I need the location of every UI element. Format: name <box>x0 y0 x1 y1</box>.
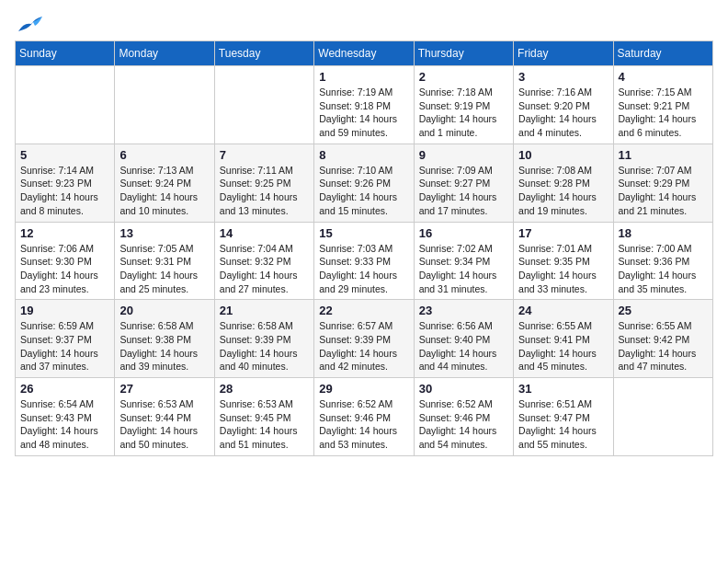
day-info: Sunrise: 6:55 AM Sunset: 9:41 PM Dayligh… <box>518 319 608 373</box>
calendar-cell: 16Sunrise: 7:02 AM Sunset: 9:34 PM Dayli… <box>414 222 513 300</box>
day-info: Sunrise: 6:52 AM Sunset: 9:46 PM Dayligh… <box>319 397 408 452</box>
day-info: Sunrise: 7:19 AM Sunset: 9:18 PM Dayligh… <box>319 86 408 140</box>
day-info: Sunrise: 6:57 AM Sunset: 9:39 PM Dayligh… <box>319 319 408 373</box>
calendar-cell: 4Sunrise: 7:15 AM Sunset: 9:21 PM Daylig… <box>613 66 712 144</box>
day-number: 14 <box>220 226 309 240</box>
day-info: Sunrise: 7:04 AM Sunset: 9:32 PM Dayligh… <box>220 242 309 296</box>
calendar-cell: 22Sunrise: 6:57 AM Sunset: 9:39 PM Dayli… <box>314 300 414 378</box>
day-number: 24 <box>518 304 608 317</box>
calendar-cell: 21Sunrise: 6:58 AM Sunset: 9:39 PM Dayli… <box>214 300 313 378</box>
day-info: Sunrise: 7:11 AM Sunset: 9:25 PM Dayligh… <box>220 164 309 218</box>
day-number: 9 <box>419 148 508 162</box>
day-info: Sunrise: 7:07 AM Sunset: 9:29 PM Dayligh… <box>619 164 708 218</box>
day-info: Sunrise: 6:59 AM Sunset: 9:37 PM Dayligh… <box>20 319 109 373</box>
weekday-header-monday: Monday <box>115 41 214 66</box>
day-info: Sunrise: 6:58 AM Sunset: 9:38 PM Dayligh… <box>119 319 209 373</box>
day-info: Sunrise: 7:15 AM Sunset: 9:21 PM Dayligh… <box>619 86 708 140</box>
day-info: Sunrise: 7:03 AM Sunset: 9:33 PM Dayligh… <box>319 242 408 296</box>
calendar-cell: 15Sunrise: 7:03 AM Sunset: 9:33 PM Dayli… <box>314 222 414 300</box>
calendar-cell <box>115 66 214 144</box>
calendar-cell: 19Sunrise: 6:59 AM Sunset: 9:37 PM Dayli… <box>16 300 115 378</box>
day-info: Sunrise: 6:58 AM Sunset: 9:39 PM Dayligh… <box>220 319 309 373</box>
day-info: Sunrise: 7:00 AM Sunset: 9:36 PM Dayligh… <box>619 242 708 296</box>
day-number: 11 <box>619 148 708 162</box>
calendar-cell: 12Sunrise: 7:06 AM Sunset: 9:30 PM Dayli… <box>16 222 115 300</box>
calendar-cell: 23Sunrise: 6:56 AM Sunset: 9:40 PM Dayli… <box>414 300 513 378</box>
day-number: 6 <box>119 148 209 162</box>
weekday-header-saturday: Saturday <box>613 41 712 66</box>
logo <box>15 15 42 33</box>
day-info: Sunrise: 6:54 AM Sunset: 9:43 PM Dayligh… <box>20 397 109 452</box>
day-number: 18 <box>619 226 708 240</box>
calendar-cell: 18Sunrise: 7:00 AM Sunset: 9:36 PM Dayli… <box>613 222 712 300</box>
calendar-cell: 20Sunrise: 6:58 AM Sunset: 9:38 PM Dayli… <box>115 300 214 378</box>
day-number: 27 <box>119 382 209 396</box>
day-info: Sunrise: 7:02 AM Sunset: 9:34 PM Dayligh… <box>419 242 508 296</box>
day-number: 16 <box>419 226 508 240</box>
calendar-cell: 5Sunrise: 7:14 AM Sunset: 9:23 PM Daylig… <box>16 144 115 222</box>
day-number: 3 <box>518 70 608 84</box>
calendar-cell: 1Sunrise: 7:19 AM Sunset: 9:18 PM Daylig… <box>314 66 414 144</box>
day-number: 13 <box>119 226 209 240</box>
day-number: 30 <box>419 382 508 396</box>
calendar-week-row: 1Sunrise: 7:19 AM Sunset: 9:18 PM Daylig… <box>16 66 713 144</box>
weekday-header-thursday: Thursday <box>414 41 513 66</box>
day-number: 7 <box>220 148 309 162</box>
day-info: Sunrise: 7:05 AM Sunset: 9:31 PM Dayligh… <box>119 242 209 296</box>
calendar-cell: 31Sunrise: 6:51 AM Sunset: 9:47 PM Dayli… <box>514 378 613 456</box>
calendar-week-row: 12Sunrise: 7:06 AM Sunset: 9:30 PM Dayli… <box>16 222 713 300</box>
calendar-cell: 26Sunrise: 6:54 AM Sunset: 9:43 PM Dayli… <box>16 378 115 456</box>
day-number: 19 <box>20 304 109 317</box>
calendar-cell <box>16 66 115 144</box>
calendar-cell: 10Sunrise: 7:08 AM Sunset: 9:28 PM Dayli… <box>514 144 613 222</box>
day-info: Sunrise: 7:18 AM Sunset: 9:19 PM Dayligh… <box>419 86 508 140</box>
day-number: 23 <box>419 304 508 317</box>
calendar-cell: 25Sunrise: 6:55 AM Sunset: 9:42 PM Dayli… <box>613 300 712 378</box>
calendar-cell: 9Sunrise: 7:09 AM Sunset: 9:27 PM Daylig… <box>414 144 513 222</box>
day-number: 1 <box>319 70 408 84</box>
calendar-week-row: 5Sunrise: 7:14 AM Sunset: 9:23 PM Daylig… <box>16 144 713 222</box>
day-info: Sunrise: 6:53 AM Sunset: 9:45 PM Dayligh… <box>220 397 309 452</box>
weekday-header-sunday: Sunday <box>16 41 115 66</box>
weekday-header-wednesday: Wednesday <box>314 41 414 66</box>
day-info: Sunrise: 7:10 AM Sunset: 9:26 PM Dayligh… <box>319 164 408 218</box>
day-number: 12 <box>20 226 109 240</box>
calendar-cell <box>613 378 712 456</box>
calendar-cell: 11Sunrise: 7:07 AM Sunset: 9:29 PM Dayli… <box>613 144 712 222</box>
calendar-cell: 30Sunrise: 6:52 AM Sunset: 9:46 PM Dayli… <box>414 378 513 456</box>
day-number: 22 <box>319 304 408 317</box>
day-number: 2 <box>419 70 508 84</box>
day-number: 17 <box>518 226 608 240</box>
calendar-header-row: SundayMondayTuesdayWednesdayThursdayFrid… <box>16 41 713 66</box>
day-number: 26 <box>20 382 109 396</box>
day-number: 5 <box>20 148 109 162</box>
calendar-cell: 27Sunrise: 6:53 AM Sunset: 9:44 PM Dayli… <box>115 378 214 456</box>
calendar-cell: 14Sunrise: 7:04 AM Sunset: 9:32 PM Dayli… <box>214 222 313 300</box>
calendar-cell: 3Sunrise: 7:16 AM Sunset: 9:20 PM Daylig… <box>514 66 613 144</box>
day-info: Sunrise: 7:14 AM Sunset: 9:23 PM Dayligh… <box>20 164 109 218</box>
calendar-cell: 17Sunrise: 7:01 AM Sunset: 9:35 PM Dayli… <box>514 222 613 300</box>
logo-bird-icon <box>17 15 42 33</box>
calendar-cell: 2Sunrise: 7:18 AM Sunset: 9:19 PM Daylig… <box>414 66 513 144</box>
day-info: Sunrise: 7:01 AM Sunset: 9:35 PM Dayligh… <box>518 242 608 296</box>
calendar-cell: 29Sunrise: 6:52 AM Sunset: 9:46 PM Dayli… <box>314 378 414 456</box>
calendar-cell: 28Sunrise: 6:53 AM Sunset: 9:45 PM Dayli… <box>214 378 313 456</box>
day-number: 10 <box>518 148 608 162</box>
calendar-cell: 13Sunrise: 7:05 AM Sunset: 9:31 PM Dayli… <box>115 222 214 300</box>
calendar-week-row: 19Sunrise: 6:59 AM Sunset: 9:37 PM Dayli… <box>16 300 713 378</box>
day-info: Sunrise: 7:09 AM Sunset: 9:27 PM Dayligh… <box>419 164 508 218</box>
day-number: 4 <box>619 70 708 84</box>
day-number: 15 <box>319 226 408 240</box>
day-info: Sunrise: 6:56 AM Sunset: 9:40 PM Dayligh… <box>419 319 508 373</box>
calendar-table: SundayMondayTuesdayWednesdayThursdayFrid… <box>15 40 713 456</box>
day-info: Sunrise: 6:51 AM Sunset: 9:47 PM Dayligh… <box>518 397 608 452</box>
day-info: Sunrise: 6:55 AM Sunset: 9:42 PM Dayligh… <box>619 319 708 373</box>
day-info: Sunrise: 6:52 AM Sunset: 9:46 PM Dayligh… <box>419 397 508 452</box>
day-info: Sunrise: 7:08 AM Sunset: 9:28 PM Dayligh… <box>518 164 608 218</box>
day-info: Sunrise: 6:53 AM Sunset: 9:44 PM Dayligh… <box>119 397 209 452</box>
day-number: 31 <box>518 382 608 396</box>
day-info: Sunrise: 7:06 AM Sunset: 9:30 PM Dayligh… <box>20 242 109 296</box>
calendar-cell <box>214 66 313 144</box>
day-info: Sunrise: 7:13 AM Sunset: 9:24 PM Dayligh… <box>119 164 209 218</box>
day-number: 29 <box>319 382 408 396</box>
